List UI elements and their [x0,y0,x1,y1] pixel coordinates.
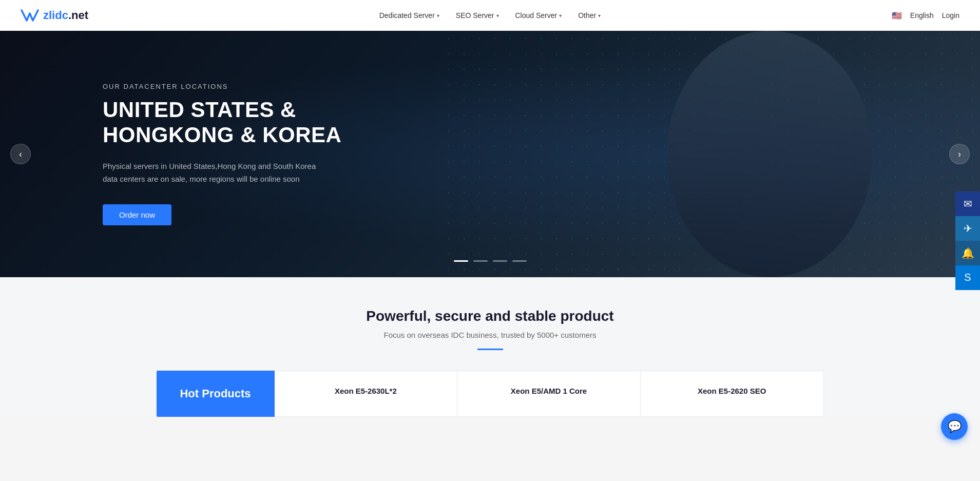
float-mail-button[interactable]: ✉ [955,191,980,216]
nav-item-cloud-server[interactable]: Cloud Server ▾ [508,7,569,24]
language-selector[interactable]: English [910,11,934,20]
main-section: Powerful, secure and stable product Focu… [0,277,980,417]
hero-content: OUR DATACENTER LOCATIONS UNITED STATES &… [0,83,359,225]
products-area: Hot Products Xeon E5-2630L*2 Xeon E5/AMD… [157,371,824,417]
section-subtitle: Focus on overseas IDC business, trusted … [0,331,980,339]
slider-dot-2[interactable] [473,260,488,262]
nav-item-dedicated-server[interactable]: Dedicated Server ▾ [372,7,447,24]
chevron-down-icon: ▾ [559,13,562,18]
slider-dots [454,260,527,262]
nav-item-seo-server[interactable]: SEO Server ▾ [449,7,506,24]
skype-icon: S [964,272,971,283]
hero-slider: OUR DATACENTER LOCATIONS UNITED STATES &… [0,31,980,277]
slider-next-button[interactable]: › [949,144,970,164]
mail-icon: ✉ [964,198,972,210]
section-divider [477,349,503,350]
slider-dot-4[interactable] [512,260,527,262]
logo-text: zlidc.net [43,9,88,22]
chevron-down-icon: ▾ [496,13,499,18]
product-cards: Xeon E5-2630L*2 Xeon E5/AMD 1 Core Xeon … [275,371,824,417]
order-now-button[interactable]: Order now [103,204,171,225]
slider-prev-button[interactable]: ‹ [10,144,31,164]
bell-icon: 🔔 [962,247,974,259]
hero-title: UNITED STATES & HONGKONG & KOREA [103,98,359,147]
main-nav: Dedicated Server ▾ SEO Server ▾ Cloud Se… [372,7,608,24]
header: zlidc.net Dedicated Server ▾ SEO Server … [0,0,980,31]
slider-dot-3[interactable] [493,260,507,262]
product-card-title-1: Xeon E5-2630L*2 [285,386,447,396]
login-button[interactable]: Login [942,11,959,20]
telegram-icon: ✈ [964,222,972,235]
hero-description: Physical servers in United States,Hong K… [103,160,323,186]
chevron-down-icon: ▾ [598,13,601,18]
slider-dot-1[interactable] [454,260,468,262]
product-card-title-2: Xeon E5/AMD 1 Core [468,386,630,396]
logo-icon [21,8,39,23]
language-flag: 🇺🇸 [892,11,902,21]
product-card-3[interactable]: Xeon E5-2620 SEO [641,371,824,417]
product-card-2[interactable]: Xeon E5/AMD 1 Core [457,371,641,417]
chevron-down-icon: ▾ [437,13,439,18]
product-card-title-3: Xeon E5-2620 SEO [651,386,813,396]
hero-subtitle: OUR DATACENTER LOCATIONS [103,83,359,90]
header-right: 🇺🇸 English Login [892,11,959,21]
logo[interactable]: zlidc.net [21,8,88,23]
float-skype-button[interactable]: S [955,265,980,290]
float-sidebar: ✉ ✈ 🔔 S [955,191,980,290]
nav-item-other[interactable]: Other ▾ [571,7,608,24]
section-title: Powerful, secure and stable product [0,308,980,324]
product-card-1[interactable]: Xeon E5-2630L*2 [275,371,458,417]
hot-products-tab[interactable]: Hot Products [157,371,275,417]
float-bell-button[interactable]: 🔔 [955,241,980,265]
float-telegram-button[interactable]: ✈ [955,216,980,241]
section-header: Powerful, secure and stable product Focu… [0,308,980,350]
